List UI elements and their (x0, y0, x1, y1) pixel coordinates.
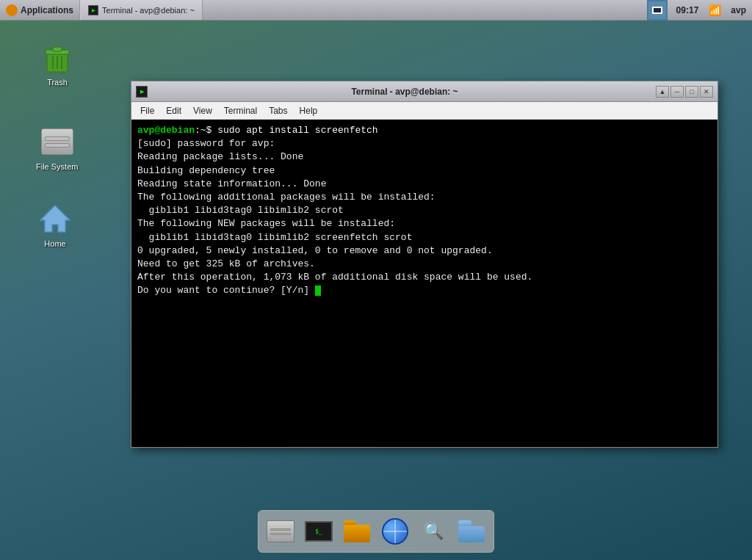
svg-rect-2 (53, 47, 62, 51)
terminal-help-btn[interactable]: ▲ (656, 86, 669, 98)
term-line-9: giblib1 libid3tag0 libimlib2 screenfetch… (137, 231, 712, 244)
term-line-5: Reading state information... Done (137, 178, 712, 191)
filesystem-icon (40, 124, 75, 159)
dock-terminal[interactable]: $_ (301, 514, 336, 549)
home-label: Home (44, 239, 65, 248)
dock-folder2-body (458, 526, 485, 542)
network-icon[interactable]: 📶 (707, 3, 722, 18)
term-line-4: Building dependency tree (137, 164, 712, 178)
terminal-minimize-btn[interactable]: ─ (670, 86, 684, 98)
terminal-close-btn[interactable]: ✕ (700, 86, 713, 98)
terminal-content[interactable]: avp@debian:~$ sudo apt install screenfet… (131, 120, 717, 447)
dock-search[interactable]: 🔍 (416, 514, 451, 549)
dock: $_ 🔍 (258, 510, 494, 553)
trash-label: Trash (47, 78, 68, 87)
filesystem-desktop-icon[interactable]: File System (33, 121, 81, 174)
dock-filemanager[interactable] (339, 514, 375, 549)
dock-folder-body (344, 525, 370, 542)
terminal-maximize-btn[interactable]: □ (685, 86, 698, 98)
terminal-window-icon (136, 86, 148, 98)
term-line-6: The following additional packages will b… (137, 191, 712, 204)
terminal-controls: ▲ ─ □ ✕ (656, 86, 713, 98)
term-line-3: Reading package lists... Done (137, 150, 712, 164)
term-cursor (315, 286, 321, 296)
terminal-window: Terminal - avp@debian: ~ ▲ ─ □ ✕ File Ed… (131, 81, 718, 448)
applications-menu[interactable]: Applications (0, 0, 80, 20)
filesystem-label: File System (36, 162, 78, 171)
trash-icon (40, 40, 75, 75)
term-line-7: giblib1 libid3tag0 libimlib2 scrot (137, 204, 712, 217)
hdd-shape (41, 128, 73, 155)
dock-hdd-line2 (270, 533, 291, 535)
term-line-12: After this operation, 1,073 kB of additi… (137, 271, 712, 284)
dock-search-icon: 🔍 (420, 518, 446, 545)
display-icon[interactable] (647, 0, 668, 21)
dock-browser[interactable] (377, 514, 413, 549)
menu-view[interactable]: View (187, 104, 218, 117)
terminal-taskbar-tab[interactable]: Terminal - avp@debian: ~ (80, 0, 203, 20)
term-line-11: Need to get 325 kB of archives. (137, 258, 712, 271)
clock: 09:17 (670, 5, 705, 15)
menu-tabs[interactable]: Tabs (263, 104, 293, 117)
trash-desktop-icon[interactable]: Trash (37, 37, 78, 90)
dock-hdd-line1 (270, 528, 291, 531)
dock-globe-icon (382, 518, 408, 545)
terminal-tab-icon (88, 5, 98, 15)
term-line-1: avp@debian:~$ sudo apt install screenfet… (137, 124, 712, 137)
menu-edit[interactable]: Edit (160, 104, 187, 117)
display-inner (652, 7, 662, 14)
dock-hdd-icon (267, 520, 294, 542)
taskbar-right: 09:17 📶 avp (647, 0, 752, 20)
dock-hdd[interactable] (263, 514, 298, 549)
svg-marker-6 (40, 206, 70, 232)
terminal-window-title: Terminal - avp@debian: ~ (153, 87, 656, 97)
dock-folder[interactable] (454, 514, 489, 549)
dock-files-icon (344, 520, 370, 542)
menu-terminal[interactable]: Terminal (218, 104, 263, 117)
home-desktop-icon[interactable]: Home (35, 198, 76, 251)
taskbar-top: Applications Terminal - avp@debian: ~ 09… (0, 0, 752, 21)
apps-menu-label: Applications (21, 5, 73, 15)
term-line-10: 0 upgraded, 5 newly installed, 0 to remo… (137, 244, 712, 258)
term-line-2: [sudo] password for avp: (137, 137, 712, 150)
terminal-menubar: File Edit View Terminal Tabs Help (131, 102, 717, 120)
term-line-13: Do you want to continue? [Y/n] (137, 284, 712, 297)
menu-file[interactable]: File (134, 104, 160, 117)
home-icon (37, 201, 73, 236)
user-label: avp (725, 5, 752, 15)
menu-help[interactable]: Help (294, 104, 324, 117)
dock-terminal-icon: $_ (305, 521, 333, 542)
terminal-titlebar: Terminal - avp@debian: ~ ▲ ─ □ ✕ (131, 81, 717, 102)
apps-menu-icon (6, 4, 18, 16)
dock-folder2-icon (458, 520, 485, 542)
terminal-tab-label: Terminal - avp@debian: ~ (102, 6, 195, 15)
dock-folder2-tab (458, 520, 471, 526)
term-line-8: The following NEW packages will be insta… (137, 217, 712, 230)
